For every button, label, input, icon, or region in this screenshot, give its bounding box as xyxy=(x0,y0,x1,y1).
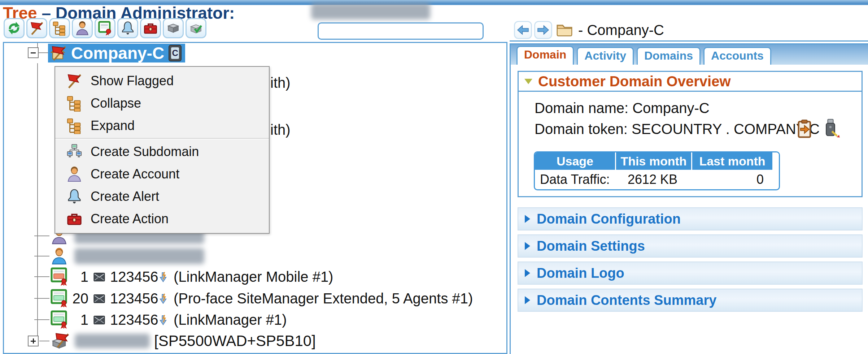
usage-header-cell: Last month xyxy=(692,152,772,170)
action-button[interactable] xyxy=(140,18,161,38)
nav-back-button[interactable] xyxy=(514,21,532,39)
menu-item-show-flagged[interactable]: Show Flagged xyxy=(55,70,269,92)
tree-row-device[interactable]: [SP5500WAD+SP5B10] xyxy=(4,331,506,351)
person-icon xyxy=(75,21,90,36)
license-button[interactable] xyxy=(95,18,115,38)
device-model-label: [SP5500WAD+SP5B10] xyxy=(154,332,316,350)
license-icon xyxy=(97,21,113,36)
envelope-icon xyxy=(93,293,106,305)
gatemanager-console: Tree – Domain Administrator: - Company-C… xyxy=(0,0,868,354)
appliance-icon xyxy=(166,21,181,36)
tree-row-license[interactable]: 1 123456 (LinkManager Mobile #1) xyxy=(4,267,506,287)
tree-context-menu: Show Flagged Collapse Expand Create Subd… xyxy=(54,66,270,234)
menu-item-create-subdomain[interactable]: Create Subdomain xyxy=(55,141,269,163)
collapse-triangle-icon xyxy=(524,79,532,84)
usb-edit-icon[interactable] xyxy=(821,118,840,138)
account-person-icon xyxy=(50,247,68,266)
arrow-right-icon xyxy=(537,23,550,36)
usage-table-row: Data Traffic: 2612 KB 0 xyxy=(535,170,779,189)
search-input[interactable] xyxy=(319,24,484,38)
root-collapse-toggle[interactable] xyxy=(28,47,39,58)
license-code: 123456 xyxy=(110,290,158,307)
tree-root-company-c[interactable]: Company-C C xyxy=(48,44,185,62)
envelope-icon xyxy=(93,314,106,326)
domain-tree-panel: Company-C C ith) ith) 1 123456 (LinkMana… xyxy=(3,42,507,354)
section-domain-settings[interactable]: Domain Settings xyxy=(518,234,863,258)
nav-forward-button[interactable] xyxy=(534,21,552,39)
account-button[interactable] xyxy=(72,18,93,38)
appliance-button[interactable] xyxy=(163,18,184,38)
toolbox-icon xyxy=(66,211,83,227)
usage-row-label: Data Traffic: xyxy=(535,170,615,189)
tree-connector xyxy=(39,341,49,341)
license-certificate-icon xyxy=(50,289,68,308)
title-role: – Domain Administrator: xyxy=(42,4,235,22)
usage-header-cell: This month xyxy=(616,152,691,170)
expand-triangle-icon xyxy=(525,269,530,277)
menu-item-collapse[interactable]: Collapse xyxy=(55,92,269,115)
pulldown-icon xyxy=(157,291,169,306)
folder-icon xyxy=(556,21,573,38)
tree-row-account[interactable] xyxy=(4,246,506,266)
tree-connector xyxy=(34,298,49,299)
domain-name-line: Domain name: Company-C xyxy=(535,100,710,116)
expand-tree-icon xyxy=(66,117,83,134)
collapse-tree-icon xyxy=(66,95,83,112)
bell-icon xyxy=(66,188,83,205)
hidden-row-fragment: ith) xyxy=(270,75,291,91)
license-code: 123456 xyxy=(110,269,158,285)
customer-domain-overview-section: Customer Domain Overview Domain name: Co… xyxy=(518,71,863,197)
tab-activity[interactable]: Activity xyxy=(577,47,634,65)
menu-item-create-action[interactable]: Create Action xyxy=(55,208,269,230)
license-label: (LinkManager Mobile #1) xyxy=(174,269,333,285)
menu-separator xyxy=(55,138,269,139)
flag-icon xyxy=(29,21,44,36)
usage-table: Usage This month Last month Data Traffic… xyxy=(534,151,780,190)
tree-connector xyxy=(39,52,49,53)
tree-connector xyxy=(34,256,49,256)
tree-expand-button[interactable] xyxy=(49,18,70,38)
account-person-icon xyxy=(66,166,83,182)
tab-domains[interactable]: Domains xyxy=(637,47,701,65)
menu-item-create-alert[interactable]: Create Alert xyxy=(55,185,269,208)
panel-divider-rule xyxy=(510,40,868,42)
tab-domain[interactable]: Domain xyxy=(516,46,574,65)
root-label: Company-C xyxy=(71,43,164,63)
redacted-administrator-name xyxy=(311,3,430,20)
subdomain-network-icon xyxy=(66,143,83,160)
expand-triangle-icon xyxy=(525,296,530,304)
tree-connector xyxy=(34,319,49,320)
expand-triangle-icon xyxy=(525,215,530,223)
pulldown-icon xyxy=(157,312,169,327)
tree-row-license[interactable]: 20 123456 (Pro-face SiteManager Extended… xyxy=(4,288,506,308)
overview-header[interactable]: Customer Domain Overview xyxy=(519,72,862,92)
menu-item-create-account[interactable]: Create Account xyxy=(55,163,269,185)
copy-token-clipboard-icon[interactable] xyxy=(796,119,815,139)
refresh-icon xyxy=(6,21,22,36)
menu-item-expand[interactable]: Expand xyxy=(55,115,269,137)
license-label: (LinkManager #1) xyxy=(174,312,287,328)
usage-last-month: 0 xyxy=(690,170,770,189)
breadcrumb: - Company-C xyxy=(578,21,664,39)
license-certificate-icon xyxy=(50,310,68,329)
usage-header-cell: Usage xyxy=(535,152,615,170)
section-domain-configuration[interactable]: Domain Configuration xyxy=(518,207,863,230)
tab-accounts[interactable]: Accounts xyxy=(703,47,771,65)
refresh-button[interactable] xyxy=(4,18,25,38)
appliance-ok-button[interactable] xyxy=(186,18,206,38)
section-domain-logo[interactable]: Domain Logo xyxy=(518,262,863,285)
bell-icon xyxy=(120,21,135,36)
appliance-flag-icon xyxy=(50,332,70,350)
alert-button[interactable] xyxy=(117,18,138,38)
tree-icon xyxy=(52,21,67,36)
license-count: 20 xyxy=(70,290,88,307)
tree-row-license[interactable]: 1 123456 (LinkManager #1) xyxy=(4,310,506,330)
hidden-row-fragment: ith) xyxy=(270,122,291,138)
pulldown-icon xyxy=(157,269,169,284)
license-label: (Pro-face SiteManager Extended, 5 Agents… xyxy=(174,290,473,307)
show-flagged-button[interactable] xyxy=(26,18,47,38)
usage-this-month: 2612 KB xyxy=(615,170,690,189)
device-expand-toggle[interactable] xyxy=(28,336,39,346)
redacted-device-name xyxy=(75,334,150,348)
section-domain-contents-summary[interactable]: Domain Contents Summary xyxy=(518,289,863,312)
